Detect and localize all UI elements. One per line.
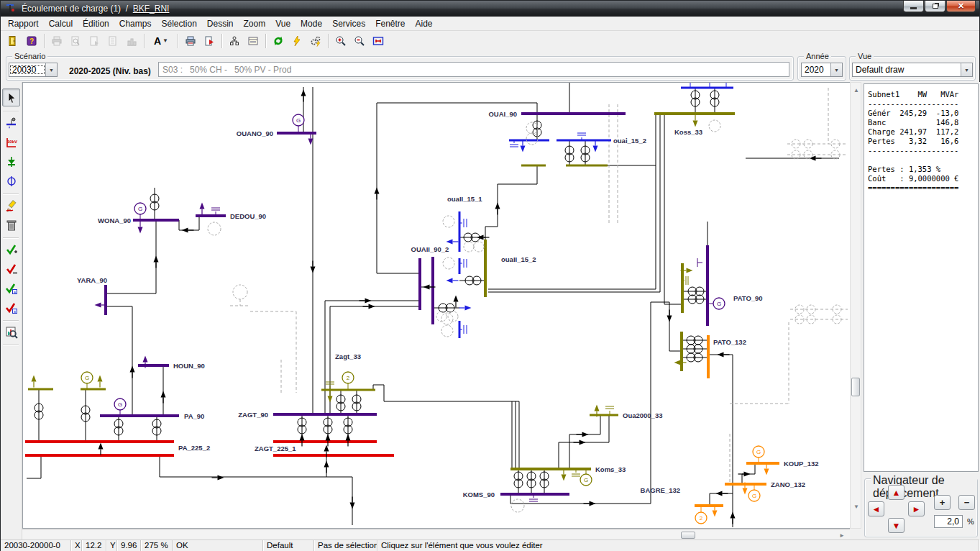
flow-arrow[interactable] [718,352,724,358]
refresh-button[interactable] [269,32,288,50]
flow-arrow[interactable] [595,405,600,411]
pan-left-button[interactable]: ◄ [868,501,884,516]
print-report-button[interactable] [181,32,200,50]
out-of-service-machine[interactable] [709,120,720,132]
network-tree-button[interactable] [225,32,244,50]
zoom-step-out-button[interactable]: − [958,495,975,510]
menu-item[interactable]: Édition [78,17,114,30]
vertical-scroll-thumb[interactable] [851,378,860,396]
scroll-right-icon[interactable]: ► [839,532,845,539]
flow-arrow[interactable] [300,434,305,441]
flow-arrow[interactable] [328,396,333,403]
menu-item[interactable]: Calcul [44,17,78,30]
flow-arrow[interactable] [582,432,589,437]
flow-arrow[interactable] [301,90,306,96]
menu-item[interactable]: Services [327,17,370,30]
flow-arrow[interactable] [593,146,598,152]
menu-item[interactable]: Mode [296,17,327,30]
pan-down-button[interactable]: ▼ [888,518,905,533]
validate-add-tool[interactable] [2,240,20,258]
view-combobox[interactable]: Default draw ▼ [852,63,973,77]
zoom-step-in-button[interactable]: + [934,495,951,510]
zoom-in-button[interactable] [331,32,350,50]
delete-tool[interactable] [2,216,20,234]
validate-box-tool[interactable]: a [2,279,20,297]
out-of-service-machine[interactable] [464,242,474,252]
flow-arrow[interactable] [674,360,681,365]
flow-arrow[interactable] [365,299,372,304]
flow-arrow[interactable] [218,475,224,481]
scenario-combobox[interactable]: 20030 ▼ [9,63,58,77]
flow-arrow[interactable] [375,188,380,194]
flow-arrow[interactable] [346,434,351,441]
flow-arrow[interactable] [716,491,723,496]
flow-arrow[interactable] [350,503,355,509]
exit-button[interactable] [4,32,22,50]
bus-tool[interactable] [2,114,20,132]
flow-arrow[interactable] [143,356,148,363]
out-of-service-machine[interactable] [443,258,454,269]
zoom-out-button[interactable] [350,32,369,50]
menu-item[interactable]: Fenêtre [370,17,410,30]
flow-arrow[interactable] [98,375,103,382]
network-canvas[interactable]: OUANO_90WONA_90DEDOU_90YARA_90HOUN_90PA_… [22,82,850,529]
year-dropdown-icon[interactable]: ▼ [830,63,842,76]
flow-arrow[interactable] [138,227,143,234]
font-size-button[interactable]: A▼ [147,32,175,50]
page-button[interactable] [104,32,122,50]
flow-arrow[interactable] [130,366,135,373]
flow-arrow[interactable] [667,316,672,322]
out-of-service-machine[interactable] [441,313,453,324]
eraser-tool[interactable] [2,196,20,214]
invalidate-tool[interactable] [2,260,20,278]
menu-item[interactable]: Champs [114,17,157,30]
out-of-service-machine[interactable] [474,242,484,252]
run-loadflow-button[interactable] [288,32,306,50]
export-report-button[interactable] [200,32,219,50]
flow-arrow[interactable] [161,391,166,398]
menu-item[interactable]: Dessin [202,17,239,30]
menu-item[interactable]: Zoom [239,17,271,30]
flow-arrow[interactable] [95,303,101,308]
invalidate-box-tool[interactable]: a [2,299,20,317]
histogram-button[interactable] [122,32,141,50]
flow-arrow[interactable] [454,296,459,302]
form-button[interactable] [244,32,262,50]
flow-arrow[interactable] [743,488,748,495]
out-of-service-machine[interactable] [443,216,454,227]
canvas-horizontal-scrollbar[interactable]: ► [22,529,850,540]
flow-arrow[interactable] [32,375,37,382]
print-button[interactable] [47,32,66,50]
pan-step-input[interactable] [934,515,963,528]
flow-arrow[interactable] [182,228,188,233]
minimize-button[interactable] [903,1,924,12]
select-cursor-tool[interactable] [2,88,20,106]
out-of-service-machine[interactable] [511,499,524,512]
close-button[interactable]: ✕ [946,1,976,12]
flow-arrow[interactable] [731,512,736,519]
flow-arrow[interactable] [423,285,430,290]
menu-item[interactable]: Aide [411,17,438,30]
flow-arrow[interactable] [154,256,159,263]
restore-button[interactable] [925,1,945,12]
flow-arrow[interactable] [465,306,472,311]
flow-arrow[interactable] [495,203,500,209]
result-magnifier-tool[interactable] [2,323,20,341]
scenario-description-input[interactable] [158,62,789,77]
flow-arrow[interactable] [308,139,313,145]
batch-compute-button[interactable] [306,32,325,50]
scroll-up-icon[interactable]: ▲ [853,87,859,94]
canvas-vertical-scrollbar[interactable]: ▲ ▼ [850,82,861,529]
flow-arrow[interactable] [521,146,526,152]
horizontal-scroll-thumb[interactable] [681,532,695,539]
flow-arrow[interactable] [369,304,375,309]
menu-item[interactable]: Vue [270,17,296,30]
flow-arrow[interactable] [693,121,698,127]
flow-arrow[interactable] [324,461,329,468]
diode-tool[interactable] [2,152,20,170]
flow-arrow[interactable] [744,472,751,477]
menu-item[interactable]: Rapport [3,17,44,30]
flow-arrow[interactable] [562,475,567,481]
menu-item[interactable]: Sélection [156,17,201,30]
flow-arrow[interactable] [447,278,453,283]
